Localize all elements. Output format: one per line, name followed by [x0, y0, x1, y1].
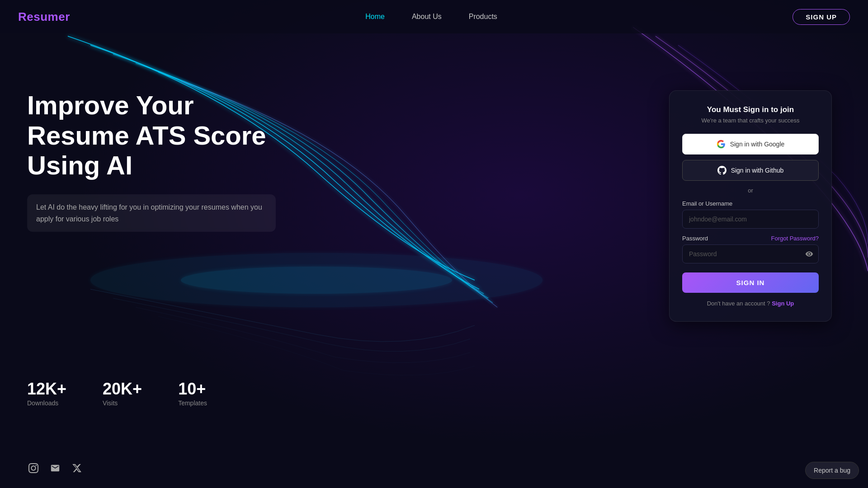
- signin-title: You Must Sign in to join: [682, 105, 819, 114]
- signup-prompt: Don't have an account ? Sign Up: [682, 300, 819, 307]
- google-signin-label: Sign in with Google: [730, 141, 785, 148]
- divider: or: [682, 187, 819, 194]
- report-bug-button[interactable]: Report a bug: [805, 462, 859, 479]
- google-signin-button[interactable]: Sign in with Google: [682, 134, 819, 155]
- instagram-icon[interactable]: [27, 462, 40, 474]
- stat-downloads: 12K+ Downloads: [27, 380, 66, 407]
- navbar: Resumer Home About Us Products SIGN UP: [0, 0, 868, 33]
- social-icons: [27, 462, 83, 474]
- nav-home[interactable]: Home: [365, 13, 385, 21]
- brand-logo[interactable]: Resumer: [18, 10, 70, 24]
- signup-link[interactable]: Sign Up: [772, 300, 794, 307]
- hero-subtitle: Let AI do the heavy lifting for you in o…: [27, 194, 276, 232]
- stats-section: 12K+ Downloads 20K+ Visits 10+ Templates: [27, 380, 207, 407]
- signin-subtitle: We're a team that crafts your success: [682, 117, 819, 124]
- email-icon[interactable]: [49, 462, 61, 474]
- password-input[interactable]: [682, 244, 819, 263]
- stat-templates: 10+ Templates: [178, 380, 207, 407]
- signup-button[interactable]: SIGN UP: [793, 9, 850, 25]
- stat-visits: 20K+ Visits: [103, 380, 142, 407]
- password-label: Password: [682, 235, 708, 242]
- github-icon: [717, 166, 726, 175]
- google-icon: [717, 140, 726, 149]
- nav-links: Home About Us Products: [365, 13, 497, 21]
- stat-visits-label: Visits: [103, 399, 142, 407]
- stat-downloads-label: Downloads: [27, 399, 66, 407]
- toggle-password-icon[interactable]: [805, 250, 813, 258]
- stat-templates-value: 10+: [178, 380, 207, 399]
- signin-panel: You Must Sign in to join We're a team th…: [669, 90, 832, 322]
- stat-visits-value: 20K+: [103, 380, 142, 399]
- email-input[interactable]: [682, 210, 819, 229]
- signin-submit-button[interactable]: SIGN IN: [682, 272, 819, 293]
- nav-products[interactable]: Products: [469, 13, 497, 21]
- github-signin-button[interactable]: Sign in with Github: [682, 160, 819, 181]
- twitter-icon[interactable]: [71, 462, 83, 474]
- hero-section: Improve Your Resume ATS Score Using AI L…: [27, 90, 276, 232]
- password-field-wrapper: [682, 244, 819, 263]
- hero-title: Improve Your Resume ATS Score Using AI: [27, 90, 276, 181]
- nav-about[interactable]: About Us: [412, 13, 442, 21]
- github-signin-label: Sign in with Github: [731, 167, 784, 174]
- email-label: Email or Username: [682, 200, 819, 207]
- stat-templates-label: Templates: [178, 399, 207, 407]
- stat-downloads-value: 12K+: [27, 380, 66, 399]
- forgot-password-link[interactable]: Forgot Password?: [771, 235, 819, 242]
